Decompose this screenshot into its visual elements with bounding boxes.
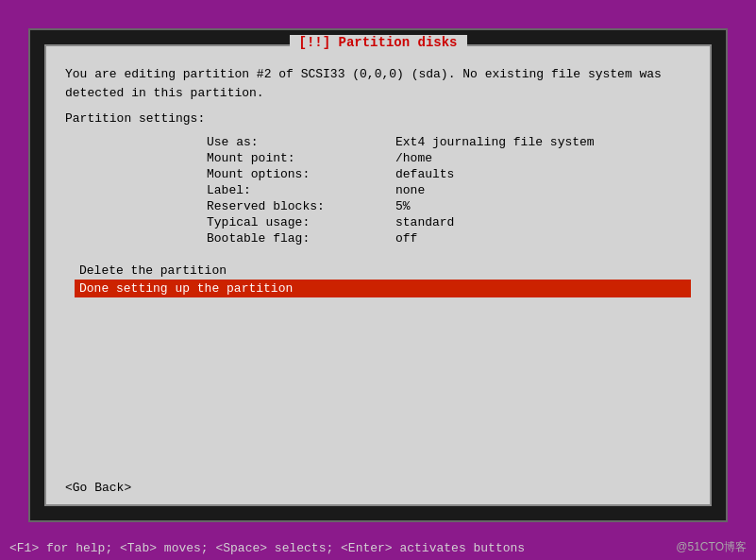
setting-row: Mount point:/home xyxy=(207,151,691,165)
setting-row: Mount options:defaults xyxy=(207,167,691,181)
setting-row: Bootable flag:off xyxy=(207,231,691,246)
setting-value: off xyxy=(395,231,417,246)
setting-row: Typical usage:standard xyxy=(207,215,691,229)
dialog-content: You are editing partition #2 of SCSI33 (… xyxy=(46,46,710,504)
setting-key: Mount point: xyxy=(207,151,395,165)
setting-key: Use as: xyxy=(207,135,395,149)
description: You are editing partition #2 of SCSI33 (… xyxy=(65,65,691,102)
title-bar: [!!] Partition disks xyxy=(289,35,466,50)
description-line1: You are editing partition #2 of SCSI33 (… xyxy=(65,67,662,81)
setting-row: Reserved blocks:5% xyxy=(207,199,691,213)
setting-value: none xyxy=(395,183,425,197)
setting-key: Reserved blocks: xyxy=(207,199,395,213)
setting-value: /home xyxy=(395,151,432,165)
setting-value: defaults xyxy=(395,167,454,181)
dialog-box: [!!] Partition disks You are editing par… xyxy=(44,44,712,506)
description-line2: detected in this partition. xyxy=(65,86,264,100)
setting-key: Label: xyxy=(207,183,395,197)
bottom-bar: <Go Back> xyxy=(65,471,691,495)
settings-table: Use as:Ext4 journaling file systemMount … xyxy=(207,135,691,247)
setting-key: Bootable flag: xyxy=(207,231,395,246)
setting-value: 5% xyxy=(395,199,411,213)
setting-key: Typical usage: xyxy=(207,215,395,229)
setting-key: Mount options: xyxy=(207,167,395,181)
setting-row: Label:none xyxy=(207,183,691,197)
watermark: @51CTO博客 xyxy=(676,539,747,555)
setting-value: Ext4 journaling file system xyxy=(395,135,595,149)
partition-settings-label: Partition settings: xyxy=(65,111,691,126)
go-back-button[interactable]: <Go Back> xyxy=(65,481,691,495)
setting-value: standard xyxy=(395,215,454,229)
menu-item-0[interactable]: Delete the partition xyxy=(75,262,691,280)
outer-container: [!!] Partition disks You are editing par… xyxy=(28,28,728,522)
menu-item-1[interactable]: Done setting up the partition xyxy=(75,280,691,297)
setting-row: Use as:Ext4 journaling file system xyxy=(207,135,691,149)
status-bar: <F1> for help; <Tab> moves; <Space> sele… xyxy=(9,541,747,555)
menu-items: Delete the partitionDone setting up the … xyxy=(75,262,691,297)
